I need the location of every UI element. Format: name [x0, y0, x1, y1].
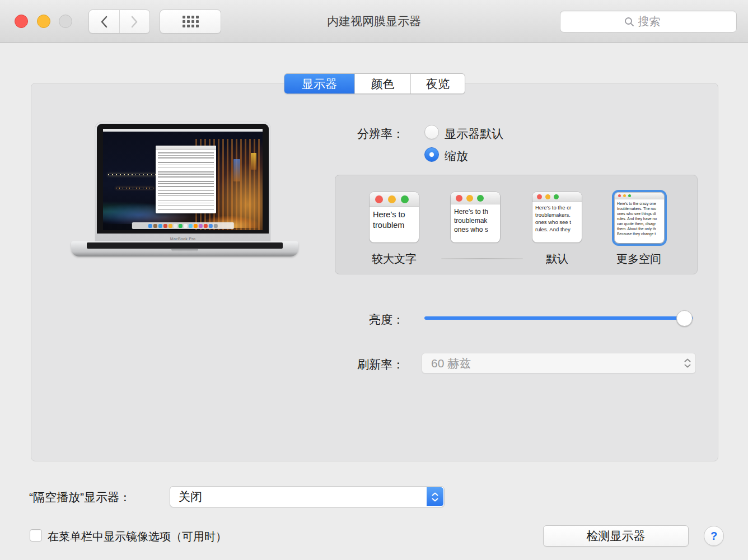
stepper-chevrons-icon — [684, 353, 691, 373]
search-field[interactable] — [560, 11, 737, 32]
radio-scaled-label[interactable]: 缩放 — [445, 148, 468, 164]
search-input[interactable] — [638, 15, 673, 28]
brightness-label: 亮度： — [280, 312, 404, 328]
brightness-slider-knob[interactable] — [676, 310, 693, 326]
refresh-rate-label: 刷新率： — [280, 357, 404, 372]
scale-preview-text: Here's to the crazy one troublemakers. T… — [615, 199, 664, 236]
close-button[interactable] — [15, 15, 28, 28]
macbook-screen: MacBook Pro — [95, 122, 270, 241]
scale-divider-line — [441, 258, 523, 259]
scale-option-2[interactable]: Here's to th troublemak ones who s — [451, 192, 500, 242]
airplay-display-label: “隔空播放”显示器： — [29, 489, 131, 505]
mini-textedit-window — [156, 146, 216, 213]
grid-icon — [183, 16, 199, 27]
show-all-preferences-button[interactable] — [160, 10, 221, 34]
macbook-wallpaper — [103, 129, 263, 230]
radio-default-label[interactable]: 显示器默认 — [445, 126, 503, 142]
mini-dock — [132, 222, 233, 229]
refresh-rate-value: 60 赫兹 — [422, 356, 471, 371]
window-titlebar: 内建视网膜显示器 — [0, 0, 748, 43]
tab-display[interactable]: 显示器 — [284, 74, 354, 94]
tab-color[interactable]: 颜色 — [354, 74, 410, 94]
chevron-left-icon — [100, 16, 107, 28]
mini-menubar — [103, 129, 263, 132]
macbook-display-preview: MacBook Pro — [71, 122, 298, 258]
chevron-right-icon — [131, 16, 138, 28]
scale-option-default[interactable]: Here's to the cr troublemakers. ones who… — [532, 192, 582, 242]
minimize-button[interactable] — [37, 15, 50, 28]
brightness-slider-track[interactable] — [424, 316, 693, 320]
scale-option-larger-text[interactable]: Here's to troublem — [370, 192, 419, 242]
scale-label-more-space: 更多空间 — [611, 251, 667, 267]
dropdown-stepper-icon — [427, 487, 443, 506]
airplay-display-value: 关闭 — [170, 489, 202, 505]
scale-label-default: 默认 — [529, 251, 585, 267]
scale-preview-text: Here's to troublem — [370, 207, 419, 231]
back-button[interactable] — [89, 10, 119, 33]
show-mirroring-options-label[interactable]: 在菜单栏中显示镜像选项（可用时） — [48, 529, 227, 544]
search-icon — [624, 17, 634, 27]
nav-back-forward — [88, 10, 150, 34]
macbook-base — [71, 241, 298, 256]
refresh-rate-dropdown[interactable]: 60 赫兹 — [422, 353, 696, 374]
airplay-display-dropdown[interactable]: 关闭 — [170, 486, 445, 507]
detect-displays-button[interactable]: 检测显示器 — [543, 525, 689, 547]
radio-scaled[interactable] — [424, 147, 439, 162]
tab-bar: 显示器 颜色 夜览 — [284, 73, 465, 94]
help-button[interactable]: ? — [704, 526, 724, 546]
scale-option-more-space-selected[interactable]: Here's to the crazy one troublemakers. T… — [612, 190, 667, 246]
scale-preview-text: Here's to th troublemak ones who s — [451, 204, 500, 234]
scale-label-larger-text: 较大文字 — [366, 251, 422, 267]
fullscreen-button-disabled — [59, 15, 72, 28]
macbook-pro-label: MacBook Pro — [95, 237, 270, 241]
radio-default-for-display[interactable] — [424, 125, 439, 139]
resolution-label: 分辨率： — [280, 126, 404, 142]
macbook-bezel — [97, 124, 269, 234]
forward-button[interactable] — [119, 10, 150, 33]
tab-night-shift[interactable]: 夜览 — [410, 74, 465, 94]
scale-preview-text: Here's to the cr troublemakers. ones who… — [532, 202, 582, 233]
show-mirroring-options-checkbox[interactable] — [30, 529, 42, 542]
